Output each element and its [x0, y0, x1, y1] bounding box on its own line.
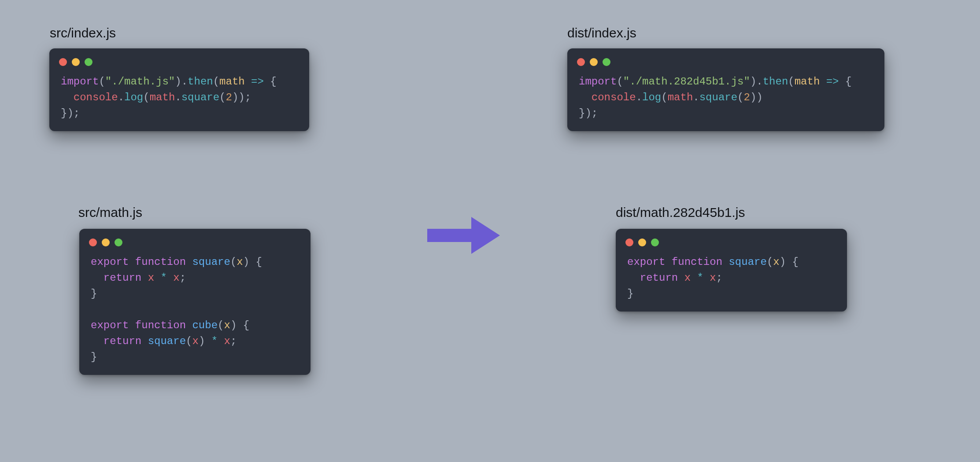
code-token: [91, 335, 104, 347]
code-token: [186, 256, 192, 268]
code-block-dist-index: import("./math.282d45b1.js").then(math =…: [567, 74, 884, 121]
code-token: ) {: [780, 256, 799, 268]
code-token: [245, 76, 251, 88]
code-token: (: [99, 76, 105, 88]
code-token: then: [763, 76, 788, 88]
code-token: return: [104, 335, 141, 347]
code-token: });: [61, 107, 80, 119]
window-traffic-lights: [616, 237, 847, 254]
code-token: [141, 335, 148, 347]
code-token: (: [213, 76, 219, 88]
code-token: .: [118, 92, 124, 103]
code-window-src-index: import("./math.js").then(math => { conso…: [49, 48, 309, 131]
code-token: });: [579, 107, 598, 119]
code-token: {: [264, 76, 277, 88]
code-token: square: [192, 256, 230, 268]
code-token: console: [592, 92, 636, 103]
code-token: export: [91, 256, 129, 268]
code-token: function: [135, 256, 186, 268]
code-token: square: [181, 92, 219, 103]
code-token: x: [148, 272, 154, 284]
code-token: [722, 256, 729, 268]
code-token: export: [91, 319, 129, 331]
code-token: }: [91, 288, 97, 300]
code-token: ).: [750, 76, 763, 88]
traffic-light-green-icon: [603, 58, 610, 66]
code-token: then: [188, 76, 213, 88]
traffic-light-yellow-icon: [102, 238, 110, 246]
code-token: ): [199, 335, 211, 347]
code-token: [703, 272, 710, 284]
code-token: (: [767, 256, 773, 268]
code-token: square: [699, 92, 737, 103]
code-token: *: [211, 335, 218, 347]
code-token: import: [579, 76, 617, 88]
code-token: return: [640, 272, 678, 284]
code-token: (: [143, 92, 149, 103]
traffic-light-yellow-icon: [72, 58, 80, 66]
code-token: math: [219, 76, 245, 88]
code-token: log: [642, 92, 661, 103]
code-token: square: [148, 335, 186, 347]
code-token: (: [218, 319, 224, 331]
code-token: [579, 92, 592, 103]
window-traffic-lights: [79, 237, 311, 254]
code-token: x: [684, 272, 691, 284]
code-token: ).: [175, 76, 188, 88]
code-token: ) {: [230, 319, 249, 331]
code-token: ));: [232, 92, 251, 103]
traffic-light-red-icon: [59, 58, 67, 66]
window-traffic-lights: [49, 56, 309, 74]
code-token: math: [668, 92, 693, 103]
code-token: export: [627, 256, 665, 268]
code-token: [186, 319, 192, 331]
code-token: x: [773, 256, 779, 268]
code-token: function: [672, 256, 722, 268]
code-token: [141, 272, 148, 284]
code-token: {: [839, 76, 852, 88]
traffic-light-yellow-icon: [590, 58, 598, 66]
code-token: x: [173, 272, 179, 284]
code-token: .: [636, 92, 642, 103]
code-token: ) {: [243, 256, 262, 268]
code-token: =>: [251, 76, 264, 88]
traffic-light-red-icon: [89, 238, 97, 246]
code-token: ;: [716, 272, 722, 284]
code-token: ;: [230, 335, 237, 347]
code-token: [167, 272, 173, 284]
window-traffic-lights: [567, 56, 884, 74]
code-token: log: [124, 92, 143, 103]
code-token: [678, 272, 684, 284]
code-token: [665, 256, 671, 268]
code-token: [129, 319, 135, 331]
code-token: math: [795, 76, 820, 88]
transform-arrow-icon: [423, 209, 504, 264]
code-token: [154, 272, 160, 284]
code-token: x: [237, 256, 243, 268]
code-token: x: [710, 272, 716, 284]
code-block-src-math: export function square(x) { return x * x…: [79, 254, 311, 365]
code-token: =>: [826, 76, 839, 88]
code-token: "./math.282d45b1.js": [623, 76, 750, 88]
code-token: x: [224, 335, 230, 347]
code-block-src-index: import("./math.js").then(math => { conso…: [49, 74, 309, 121]
code-token: (: [186, 335, 192, 347]
code-token: [691, 272, 697, 284]
code-token: [91, 272, 104, 284]
code-token: 2: [226, 92, 232, 103]
traffic-light-green-icon: [85, 58, 92, 66]
code-window-dist-index: import("./math.282d45b1.js").then(math =…: [567, 48, 884, 131]
code-token: *: [160, 272, 166, 284]
code-block-dist-math: export function square(x) { return x * x…: [616, 254, 847, 302]
code-token: (: [661, 92, 667, 103]
code-token: math: [150, 92, 175, 103]
code-token: [627, 272, 640, 284]
code-token: )): [750, 92, 763, 103]
code-token: x: [224, 319, 230, 331]
code-token: x: [192, 335, 198, 347]
code-token: }: [91, 351, 97, 363]
traffic-light-red-icon: [577, 58, 585, 66]
code-token: [129, 256, 135, 268]
label-dist-index: dist/index.js: [567, 26, 636, 40]
code-token: function: [135, 319, 186, 331]
